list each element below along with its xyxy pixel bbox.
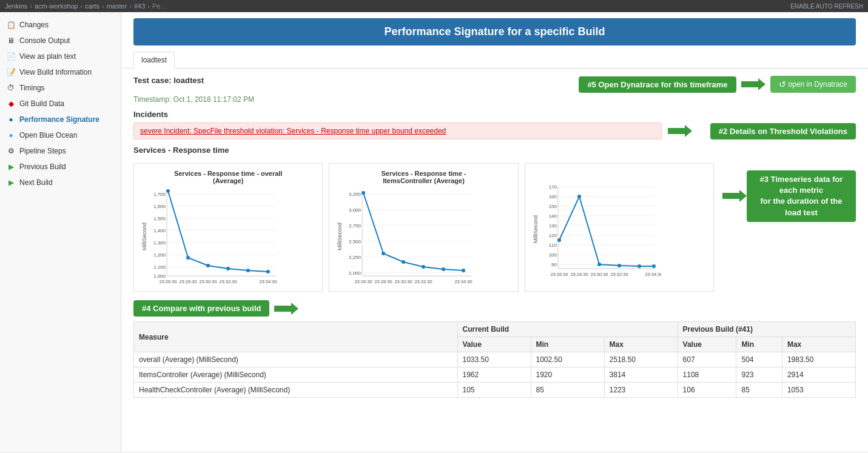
next-build-icon: ▶ — [6, 178, 16, 187]
breadcrumb-master[interactable]: master — [107, 2, 127, 10]
col-value-1: Value — [457, 337, 531, 352]
svg-text:100: 100 — [548, 252, 557, 258]
header-current: Current Build — [457, 322, 678, 337]
incidents-label: Incidents — [133, 110, 856, 119]
chart-1-title: Services - Response time - overall(Avera… — [140, 170, 316, 184]
incident-link[interactable]: severe Incident: SpecFile threshold viol… — [140, 127, 446, 135]
svg-text:3,000: 3,000 — [349, 207, 362, 213]
perf-sig-icon: ● — [6, 115, 16, 124]
chart-2-title: Services - Response time -ItemsControlle… — [335, 170, 511, 184]
prev-min-1: 504 — [736, 352, 782, 367]
svg-marker-90 — [274, 303, 298, 315]
svg-point-49 — [442, 267, 445, 271]
prev-min-3: 85 — [736, 383, 782, 398]
svg-point-78 — [577, 195, 581, 198]
svg-text:23:26:30: 23:26:30 — [159, 279, 177, 284]
svg-text:23:30:30: 23:30:30 — [199, 279, 217, 284]
chart-2-ylabel: MilliSecond — [335, 188, 343, 285]
svg-text:3,250: 3,250 — [349, 192, 362, 197]
sidebar-item-blue-ocean[interactable]: ● Open Blue Ocean — [0, 127, 121, 143]
svg-point-47 — [402, 260, 405, 264]
sidebar-item-git-build[interactable]: ◆ Git Build Data — [0, 96, 121, 112]
svg-text:1,200: 1,200 — [153, 252, 166, 258]
git-icon: ◆ — [6, 99, 16, 109]
breadcrumb: Jenkins › acm-workshop › carts › master … — [5, 2, 167, 10]
chart-3-title — [531, 170, 707, 177]
breadcrumb-carts[interactable]: carts — [85, 2, 99, 10]
tab-bar: loadtest — [121, 52, 868, 69]
sidebar-item-build-info[interactable]: 📝 View Build Information — [0, 64, 121, 80]
svg-text:90: 90 — [551, 262, 557, 267]
svg-text:1,300: 1,300 — [153, 240, 166, 246]
sidebar-item-pipeline-steps[interactable]: ⚙ Pipeline Steps — [0, 143, 121, 159]
svg-text:1,500: 1,500 — [153, 216, 166, 221]
plain-text-icon: 📄 — [6, 52, 16, 61]
services-label: Services - Response time — [133, 146, 856, 155]
col-measure: Measure — [134, 322, 458, 352]
sidebar-item-console-output[interactable]: 🖥 Console Output — [0, 33, 121, 49]
chart-2-svg: 3,250 3,000 2,750 2,500 2,250 2,000 — [344, 188, 477, 285]
svg-marker-0 — [741, 78, 765, 90]
col-min-1: Min — [531, 337, 604, 352]
open-dynatrace-button[interactable]: ↺ open in Dynatrace — [770, 76, 856, 93]
table-row: HealthCheckController (Average) (MilliSe… — [134, 383, 856, 398]
col-value-2: Value — [678, 337, 736, 352]
table-row: ItemsController (Average) (MilliSecond) … — [134, 367, 856, 383]
svg-text:1,400: 1,400 — [153, 228, 166, 233]
annotation-dynatrace: #5 Open Dynatrace for this timeframe — [579, 76, 736, 93]
compare-table: Measure Current Build Previous Build (#4… — [133, 321, 856, 398]
svg-text:150: 150 — [548, 204, 557, 209]
arrow-violations-svg — [668, 125, 692, 137]
sidebar-item-previous-build[interactable]: ▶ Previous Build — [0, 159, 121, 175]
breadcrumb-current: Pe… — [152, 2, 167, 10]
jenkins-link[interactable]: Jenkins — [5, 2, 27, 10]
enable-auto-refresh-link[interactable]: ENABLE AUTO REFRESH — [790, 3, 863, 10]
test-case-label: Test case: loadtest — [133, 76, 204, 85]
build-info-icon: 📝 — [6, 67, 16, 77]
chart-3-svg: 170 160 150 140 130 120 110 100 90 — [540, 181, 661, 278]
changes-icon: 📋 — [6, 20, 16, 30]
svg-point-79 — [597, 263, 601, 266]
cur-min-3: 85 — [531, 383, 604, 398]
charts-section: Services - Response time Services - Resp… — [133, 146, 856, 292]
svg-text:160: 160 — [548, 194, 557, 200]
svg-point-82 — [652, 264, 656, 268]
tab-loadtest[interactable]: loadtest — [133, 52, 175, 69]
svg-text:23:28:30: 23:28:30 — [375, 279, 392, 284]
cur-max-3: 1223 — [604, 383, 678, 398]
svg-point-46 — [382, 252, 385, 255]
svg-text:2,000: 2,000 — [349, 270, 362, 276]
arrow-compare-svg — [274, 303, 298, 315]
svg-text:23:30:30: 23:30:30 — [395, 279, 412, 284]
page-title-banner: Performance Signature for a specific Bui… — [133, 18, 856, 45]
console-icon: 🖥 — [6, 36, 16, 45]
col-max-1: Max — [604, 337, 678, 352]
header-previous: Previous Build (#41) — [678, 322, 855, 337]
sidebar-item-performance-signature[interactable]: ● Performance Signature — [0, 112, 121, 127]
table-row: overall (Average) (MilliSecond) 1033.50 … — [134, 352, 856, 367]
breadcrumb-43[interactable]: #43 — [134, 2, 145, 10]
sidebar-item-plain-text[interactable]: 📄 View as plain text — [0, 49, 121, 64]
col-min-2: Min — [736, 337, 782, 352]
svg-text:23:34:30: 23:34:30 — [645, 272, 661, 277]
svg-marker-1 — [668, 125, 692, 137]
measure-2: ItemsController (Average) (MilliSecond) — [134, 367, 458, 383]
svg-point-23 — [246, 269, 250, 272]
content-area: Performance Signature for a specific Bui… — [121, 12, 868, 452]
measure-1: overall (Average) (MilliSecond) — [134, 352, 458, 367]
svg-point-20 — [186, 256, 190, 260]
chart-3-ylabel: MilliSecond — [531, 181, 539, 278]
dynatrace-icon: ↺ — [779, 79, 786, 89]
svg-text:23:32:30: 23:32:30 — [415, 279, 432, 284]
sidebar-item-timings[interactable]: ⏱ Timings — [0, 80, 121, 96]
incident-item: severe Incident: SpecFile threshold viol… — [133, 122, 662, 139]
svg-text:23:32:30: 23:32:30 — [219, 279, 237, 284]
sidebar-item-next-build[interactable]: ▶ Next Build — [0, 175, 121, 190]
svg-text:23:28:30: 23:28:30 — [179, 279, 197, 284]
sidebar-item-changes[interactable]: 📋 Changes — [0, 17, 121, 33]
svg-text:1,000: 1,000 — [153, 273, 166, 279]
breadcrumb-acm[interactable]: acm-workshop — [35, 2, 78, 10]
svg-point-45 — [362, 191, 365, 195]
prev-build-icon: ▶ — [6, 162, 16, 172]
cur-max-2: 3814 — [604, 367, 678, 383]
